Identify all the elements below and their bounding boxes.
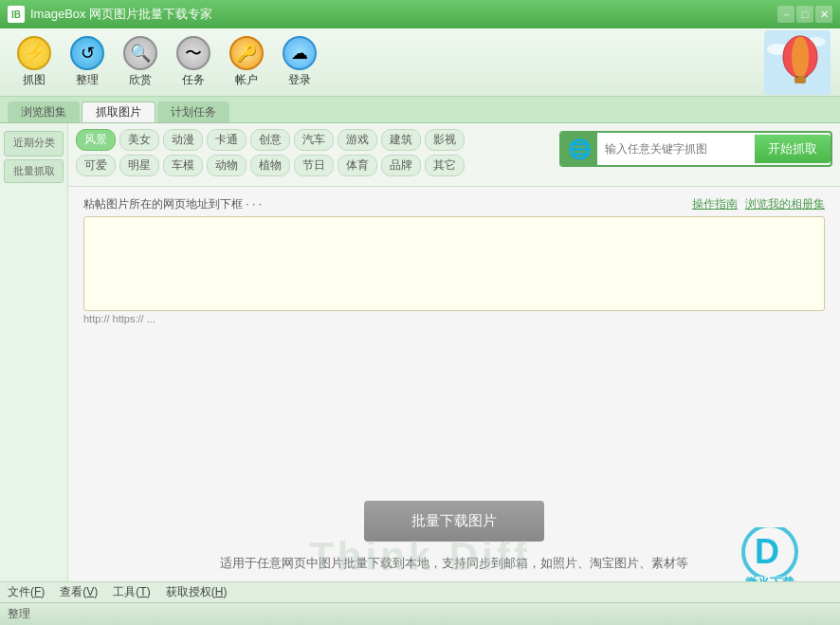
cat-tag-cartoon[interactable]: 卡通 <box>207 129 247 151</box>
cat-tag-car[interactable]: 汽车 <box>294 129 334 151</box>
cat-tag-brand[interactable]: 品牌 <box>381 155 421 176</box>
browse-icon: 🔍 <box>123 36 157 70</box>
toolbar-item-organize[interactable]: ↺ 整理 <box>63 32 112 92</box>
category-row-2: 可爱 明星 车模 动物 植物 节日 体育 品牌 其它 <box>76 155 552 176</box>
minimize-button[interactable]: － <box>777 6 794 23</box>
paste-label-row: 粘帖图片所在的网页地址到下框 · · · 操作指南 浏览我的相册集 <box>83 196 825 212</box>
maximize-button[interactable]: □ <box>796 6 813 23</box>
globe-icon: 🌐 <box>561 131 597 167</box>
toolbar-label-browse: 欣赏 <box>129 72 152 88</box>
url-hint: http:// https:// ... <box>83 313 825 324</box>
cat-tag-anime[interactable]: 动漫 <box>163 129 203 151</box>
title-bar: IB ImageBox 网页图片批量下载专家 － □ ✕ <box>0 0 840 28</box>
sidebar-recent-categories[interactable]: 近期分类 <box>4 131 64 156</box>
sidebar-label-recent: 近期分类 <box>7 136 61 150</box>
balloon-decoration <box>764 30 831 95</box>
close-button[interactable]: ✕ <box>815 6 832 23</box>
nav-tabs: 浏览图集 抓取图片 计划任务 <box>0 97 840 123</box>
tab-grab-img[interactable]: 抓取图片 <box>82 101 155 122</box>
tab-browse-img[interactable]: 浏览图集 <box>8 101 80 122</box>
cat-tag-architecture[interactable]: 建筑 <box>381 129 421 151</box>
svg-point-4 <box>792 36 809 78</box>
app-title: ImageBox 网页图片批量下载专家 <box>30 6 777 23</box>
toolbar-label-organize: 整理 <box>76 72 99 88</box>
task-icon: 〜 <box>176 36 210 70</box>
svg-text:D: D <box>755 532 779 571</box>
cat-tag-film[interactable]: 影视 <box>425 129 465 151</box>
weidown-logo-icon: D <box>741 527 798 577</box>
status-text: 整理 <box>8 606 30 622</box>
paste-label: 粘帖图片所在的网页地址到下框 · · · <box>83 196 685 212</box>
cat-tag-game[interactable]: 游戏 <box>338 129 377 151</box>
cat-tag-beauty[interactable]: 美女 <box>119 129 159 151</box>
url-paste-textarea[interactable] <box>83 216 825 311</box>
menu-file[interactable]: 文件(F) <box>8 584 45 600</box>
batch-download-button[interactable]: 批量下载图片 <box>364 501 544 542</box>
right-content: 风景 美女 动漫 卡通 创意 汽车 游戏 建筑 影视 可爱 明星 车模 <box>68 123 840 581</box>
toolbar-label-grab: 抓图 <box>23 72 46 88</box>
category-area: 风景 美女 动漫 卡通 创意 汽车 游戏 建筑 影视 可爱 明星 车模 <box>68 123 840 187</box>
menu-bar: 文件(F) 查看(V) 工具(T) 获取授权(H) <box>0 581 840 602</box>
tab-plan-task[interactable]: 计划任务 <box>157 101 229 122</box>
cat-tag-festival[interactable]: 节日 <box>294 155 334 176</box>
window-controls: － □ ✕ <box>777 6 832 23</box>
sidebar-batch-grab[interactable]: 批量抓取 <box>4 159 64 183</box>
cat-tag-other[interactable]: 其它 <box>425 155 465 176</box>
status-bar: 整理 <box>0 602 840 625</box>
cat-tag-sports[interactable]: 体育 <box>338 155 377 176</box>
toolbar-items: ⚡ 抓图 ↺ 整理 🔍 欣赏 〜 任务 🔑 帐户 ☁ 登录 <box>9 32 831 92</box>
toolbar-label-task: 任务 <box>182 72 205 88</box>
toolbar-item-login[interactable]: ☁ 登录 <box>275 32 324 92</box>
menu-tools[interactable]: 工具(T) <box>113 584 150 600</box>
cat-tag-animal[interactable]: 动物 <box>207 155 247 176</box>
menu-auth[interactable]: 获取授权(H) <box>166 584 228 600</box>
app-icon: IB <box>8 6 25 23</box>
login-icon: ☁ <box>283 36 317 70</box>
cat-tag-plant[interactable]: 植物 <box>250 155 290 176</box>
sidebar: 近期分类 批量抓取 <box>0 123 68 581</box>
browse-album-link[interactable]: 浏览我的相册集 <box>745 196 825 212</box>
cat-tag-cute[interactable]: 可爱 <box>76 155 116 176</box>
keyword-search-input[interactable] <box>597 131 755 167</box>
start-grab-button[interactable]: 开始抓取 <box>755 135 831 163</box>
cat-tag-landscape[interactable]: 风景 <box>76 129 116 151</box>
grab-icon: ⚡ <box>17 36 51 70</box>
organize-icon: ↺ <box>70 36 104 70</box>
svg-rect-6 <box>794 76 806 83</box>
toolbar-label-account: 帐户 <box>235 72 258 88</box>
toolbar: ⚡ 抓图 ↺ 整理 🔍 欣赏 〜 任务 🔑 帐户 ☁ 登录 <box>0 28 840 97</box>
category-row-1: 风景 美女 动漫 卡通 创意 汽车 游戏 建筑 影视 <box>76 129 552 151</box>
cat-tag-creative[interactable]: 创意 <box>250 129 290 151</box>
toolbar-label-login: 登录 <box>288 72 311 88</box>
op-guide-link[interactable]: 操作指南 <box>692 196 738 212</box>
menu-view[interactable]: 查看(V) <box>60 584 98 600</box>
cat-tag-car-model[interactable]: 车模 <box>163 155 203 176</box>
toolbar-item-task[interactable]: 〜 任务 <box>169 32 218 92</box>
account-icon: 🔑 <box>229 36 264 70</box>
toolbar-item-account[interactable]: 🔑 帐户 <box>222 32 271 92</box>
cat-tag-celebrity[interactable]: 明星 <box>119 155 159 176</box>
sidebar-label-batch: 批量抓取 <box>7 164 61 178</box>
toolbar-item-grab[interactable]: ⚡ 抓图 <box>9 32 59 92</box>
toolbar-item-browse[interactable]: 🔍 欣赏 <box>116 32 165 92</box>
